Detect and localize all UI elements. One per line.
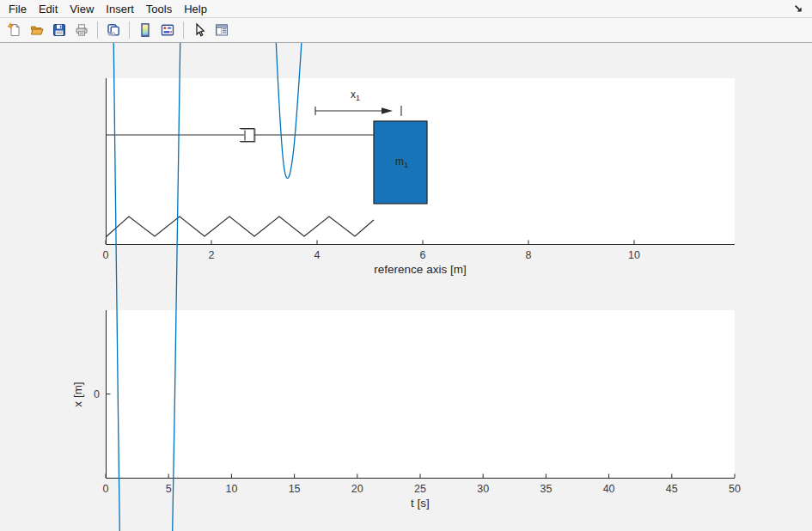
figure-svg: 0246810 reference axis [m] m1 x1 0510152… [0, 43, 812, 531]
new-figure-button[interactable] [4, 20, 25, 40]
tick-label: 0 [103, 483, 109, 495]
print-icon [74, 22, 89, 38]
property-panel-button[interactable] [211, 20, 232, 40]
menu-file[interactable]: File [3, 1, 33, 17]
tick-label: 30 [477, 483, 489, 495]
toolbar-separator [97, 21, 98, 39]
tick-label: 6 [420, 249, 426, 261]
menu-view[interactable]: View [64, 1, 100, 17]
copy-clipboard-icon [106, 22, 121, 38]
color-dialog-icon [160, 22, 175, 38]
tick-label: 8 [526, 249, 532, 261]
menu-bar: File Edit View Insert Tools Help [0, 0, 812, 18]
tick-label: 0 [103, 249, 109, 261]
tick-label: 10 [225, 483, 237, 495]
edit-colors-button[interactable] [157, 20, 178, 40]
colormap-icon [137, 22, 153, 38]
timeseries-xlabel: t [s] [411, 497, 430, 510]
tick-label: 2 [209, 249, 215, 261]
tick-label: 40 [603, 483, 615, 495]
arrow-label-sub: 1 [356, 94, 360, 102]
tick-label: 25 [414, 483, 426, 495]
tick-label: 15 [289, 483, 301, 495]
mass-label-base: m [395, 156, 404, 168]
save-icon [52, 22, 67, 38]
copy-to-clipboard-button[interactable] [103, 20, 124, 40]
undock-arrow-icon[interactable] [791, 2, 805, 15]
tick-label: 50 [729, 483, 741, 495]
save-figure-button[interactable] [49, 20, 70, 40]
tick-label: 5 [166, 483, 172, 495]
schematic-axes: 0246810 reference axis [m] m1 x1 [103, 78, 735, 276]
menu-help[interactable]: Help [178, 1, 213, 17]
timeseries-ylabel: x [m] [71, 381, 84, 406]
tick-label: 20 [351, 483, 363, 495]
property-panel-icon [214, 22, 229, 38]
tick-label: 4 [314, 249, 321, 261]
tick-label: 45 [666, 483, 678, 495]
open-folder-icon [29, 22, 45, 38]
open-file-button[interactable] [27, 20, 47, 40]
new-file-icon [7, 22, 22, 38]
timeseries-plot-area [106, 310, 735, 478]
tick-label: 10 [628, 249, 640, 261]
tick-label: 0 [94, 388, 100, 400]
tick-label: 35 [540, 483, 552, 495]
pointer-icon [192, 22, 207, 38]
figure-canvas: 0246810 reference axis [m] m1 x1 0510152… [0, 43, 812, 531]
mass-label-sub: 1 [404, 161, 408, 169]
colormap-button[interactable] [135, 20, 156, 40]
menu-edit[interactable]: Edit [33, 1, 64, 17]
print-figure-button[interactable] [71, 20, 92, 40]
toolbar-separator [129, 21, 130, 39]
toolbar-separator [183, 21, 184, 39]
schematic-xlabel: reference axis [m] [374, 263, 466, 276]
undock-arrow-glyph [793, 3, 803, 14]
pointer-mode-button[interactable] [189, 20, 210, 40]
menu-tools[interactable]: Tools [140, 1, 178, 17]
menu-insert[interactable]: Insert [100, 1, 140, 17]
figure-toolbar [0, 18, 812, 43]
